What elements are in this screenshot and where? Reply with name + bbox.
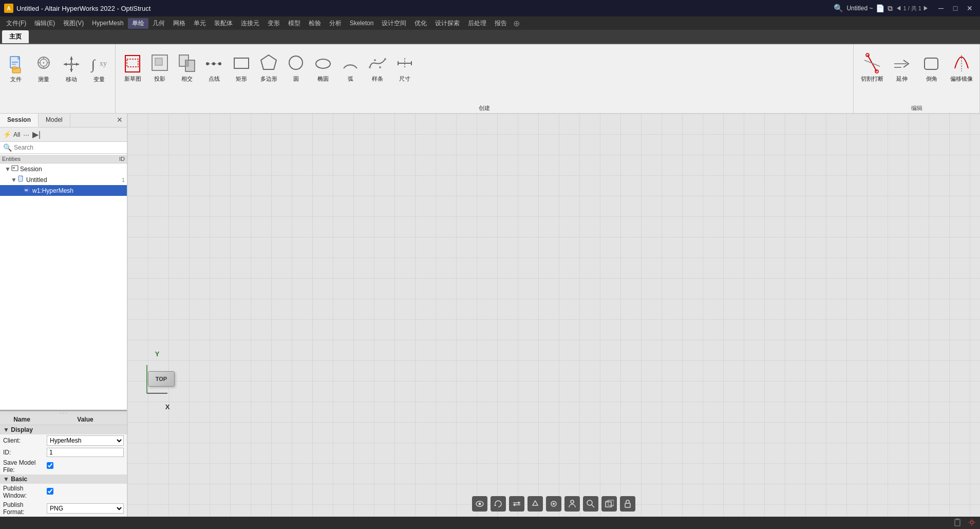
tab-homepage[interactable]: 主页 [2,30,29,43]
svg-rect-56 [925,58,938,69]
tree-item-session[interactable]: ▼ Session [0,163,127,174]
tool-dimension[interactable]: 尺寸 [392,46,418,88]
menu-analysis[interactable]: 分析 [325,18,346,29]
client-value[interactable]: HyperMesh OptiStruct [44,434,127,447]
tool-polygon[interactable]: 多边形 [256,46,281,88]
tool-offset-mirror[interactable]: 偏移镜像 [947,46,975,88]
tool-chamfer[interactable]: 倒角 [917,46,946,88]
menu-single-draw[interactable]: 单绘 [128,18,148,29]
viewcube-top[interactable]: TOP [148,371,175,387]
svg-point-43 [374,59,376,61]
status-right [953,518,976,527]
menu-post[interactable]: 后处理 [464,18,491,29]
tool-projection[interactable]: 投影 [147,46,173,88]
canvas-grid[interactable]: Y TOP X [127,114,980,517]
menu-hypermesh[interactable]: HyperMesh [88,19,127,28]
menu-file[interactable]: 文件(F) [2,18,30,29]
publish-window-value[interactable] [44,484,127,500]
tab-model[interactable]: Model [39,114,70,127]
menu-view[interactable]: 视图(V) [59,18,88,29]
id-value[interactable] [44,447,127,458]
publish-format-value[interactable]: PNG JPG SVG [44,500,127,517]
save-model-value[interactable] [44,458,127,475]
canvas-btn-lock[interactable] [620,496,635,512]
tab-session[interactable]: Session [0,114,39,127]
tool-move[interactable]: 移动 [58,47,85,88]
svg-rect-5 [12,67,16,69]
svg-marker-74 [533,501,538,505]
search-input[interactable] [14,144,124,151]
id-input[interactable] [47,448,124,457]
canvas-btn-rotate[interactable] [491,496,506,512]
tool-circle[interactable]: 圆 [283,46,309,88]
tool-rect[interactable]: 矩形 [229,46,254,88]
menu-skeleton[interactable]: Skeleton [346,19,378,28]
tool-file[interactable]: 文件 [2,47,30,88]
svg-marker-69 [494,504,496,506]
hypermesh-icon: w [24,186,31,195]
tool-arc[interactable]: 弧 [337,46,363,88]
svg-point-33 [206,62,209,65]
menu-design-explore[interactable]: 设计探索 [431,18,464,29]
maximize-button[interactable]: □ [949,3,962,13]
menu-model[interactable]: 模型 [284,18,305,29]
svg-point-45 [384,58,386,60]
axis-y-label: Y [155,350,160,358]
untitled-label[interactable]: Untitled ~ [846,5,873,12]
client-select[interactable]: HyperMesh OptiStruct [47,435,124,446]
minimize-button[interactable]: ─ [935,3,947,13]
tool-dotline[interactable]: 点线 [201,46,227,88]
menu-assembly[interactable]: 装配体 [210,18,237,29]
add-ribbon-button[interactable]: ⊕ [511,19,522,28]
close-button[interactable]: ✕ [964,3,976,13]
filter-nav-button[interactable]: ▶| [32,130,41,139]
props-section-basic[interactable]: ▼ Basic [0,475,127,484]
menu-report[interactable]: 报告 [491,18,511,29]
menu-check[interactable]: 检验 [305,18,325,29]
svg-marker-62 [22,176,23,177]
canvas-btn-eye[interactable] [472,496,487,512]
tool-measure[interactable]: 测量 [30,47,58,88]
publish-window-checkbox[interactable] [47,488,53,495]
tool-transform[interactable]: ∫ xy 变量 [85,47,113,88]
menu-design-space[interactable]: 设计空间 [378,18,410,29]
tree-item-untitled[interactable]: ▼ Untitled 1 [0,174,127,185]
panel-close-button[interactable]: ✕ [112,114,127,127]
menu-edit[interactable]: 编辑(E) [30,18,59,29]
canvas-btn-person[interactable] [564,496,580,512]
window-copy-icon[interactable]: ⧉ [888,4,893,13]
canvas-btn-box[interactable] [601,496,617,512]
menu-connector[interactable]: 连接元 [237,18,263,29]
filter-all-button[interactable]: All [13,131,20,138]
menu-element[interactable]: 单元 [190,18,210,29]
tool-file-label: 文件 [10,76,22,83]
save-model-checkbox[interactable] [47,462,53,469]
props-section-display[interactable]: ▼ Display [0,425,127,435]
svg-rect-38 [234,58,249,68]
search-icon-top[interactable]: 🔍 [834,4,843,13]
menu-geometry[interactable]: 几何 [148,18,169,29]
save-model-label: Save Model File: [0,458,44,475]
menu-mesh[interactable]: 网格 [169,18,190,29]
tool-spline[interactable]: 样条 [365,46,390,88]
tool-arc-label: 弧 [348,76,353,82]
tool-new-drawing[interactable]: 新草图 [120,46,145,88]
move-icon [61,53,82,75]
tree-item-hypermesh[interactable]: w w1:HyperMesh [0,185,127,196]
canvas-btn-arrow-up[interactable] [527,496,543,512]
menu-deform[interactable]: 变形 [263,18,284,29]
canvas-btn-dot[interactable] [546,496,561,512]
view-cube-container[interactable]: TOP [137,360,178,401]
publish-format-select[interactable]: PNG JPG SVG [47,503,124,514]
page-new-icon[interactable]: 📄 [876,4,884,12]
canvas-btn-swap[interactable] [509,496,524,512]
tool-extend[interactable]: 延伸 [888,46,916,88]
tool-ellipse[interactable]: 椭圆 [310,46,336,88]
svg-marker-15 [70,57,73,60]
tool-phase[interactable]: 相交 [174,46,200,88]
tool-trim-cut[interactable]: 切割打断 [858,46,886,88]
menu-optimize[interactable]: 优化 [410,18,431,29]
canvas-btn-search-zoom[interactable] [583,496,598,512]
filter-more-button[interactable]: ··· [22,131,30,139]
svg-line-51 [864,60,880,66]
